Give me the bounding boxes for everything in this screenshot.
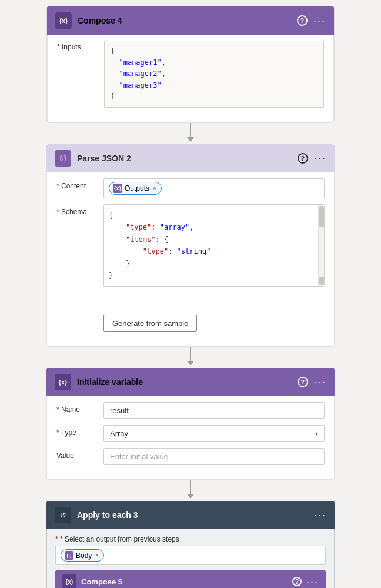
init-variable-card: {x} Initialize variable ? ··· Name Type	[46, 368, 335, 480]
var-value-label: Value	[56, 448, 103, 460]
content-field-row: Content {x} Outputs ×	[56, 178, 325, 198]
var-name-input[interactable]	[103, 402, 325, 419]
compose4-title: Compose 4	[78, 16, 297, 25]
init-variable-title: Initialize variable	[77, 377, 298, 387]
compose5-card: {x} Compose 5 ? ··· Inputs {	[55, 570, 326, 588]
apply-each3-icon: ↺	[55, 507, 71, 523]
var-name-label: Name	[56, 402, 103, 414]
compose4-header: {x} Compose 4 ? ···	[47, 6, 334, 35]
var-name-field	[103, 402, 325, 419]
compose4-body: * Inputs [ "manager1", "manager2", "mana…	[47, 35, 334, 122]
schema-field-value: { "type": "array", "items": { "type": "s…	[103, 204, 325, 332]
apply-each3-more-icon[interactable]: ···	[314, 509, 326, 521]
schema-code[interactable]: { "type": "array", "items": { "type": "s…	[104, 205, 324, 286]
apply-each3-title: Apply to each 3	[77, 510, 314, 520]
init-variable-actions: ? ···	[298, 376, 326, 388]
connector-1	[187, 123, 194, 144]
schema-scrollbar-thumb-bottom	[319, 277, 324, 285]
apply-each3-card: ↺ Apply to each 3 ··· * * Select an outp…	[46, 501, 335, 588]
compose4-help-icon[interactable]: ?	[297, 15, 308, 26]
init-variable-help-icon[interactable]: ?	[298, 377, 308, 387]
compose4-inputs-code: [ "manager1", "manager2", "manager3" ]	[104, 41, 324, 108]
compose5-actions: ? ···	[292, 576, 319, 588]
init-variable-icon: {x}	[55, 374, 71, 390]
var-name-row: Name	[56, 402, 325, 419]
body-token-icon: {;}	[65, 551, 73, 560]
connector-arrow-3	[187, 494, 194, 499]
connector-2	[187, 347, 194, 368]
schema-field-row: Schema { "type": "array", "items": { "ty…	[56, 204, 325, 332]
parse-json2-body: Content {x} Outputs × Schema	[46, 172, 335, 347]
var-value-field	[103, 448, 325, 465]
compose4-actions: ? ···	[297, 15, 326, 27]
body-token-close[interactable]: ×	[95, 552, 99, 559]
var-type-chevron-icon: ▾	[315, 430, 318, 437]
select-output-section: * * Select an output from previous steps…	[55, 535, 326, 565]
apply-each3-actions: ···	[314, 509, 326, 521]
compose4-inputs-label: * Inputs	[57, 41, 104, 51]
apply-each3-body: * * Select an output from previous steps…	[46, 529, 335, 588]
outputs-token-icon: {x}	[113, 184, 122, 193]
schema-scrollbar	[318, 205, 324, 286]
var-value-input[interactable]	[103, 448, 325, 465]
var-type-label: Type	[56, 425, 103, 437]
parse-json2-card: {;} Parse JSON 2 ? ··· Content {x} Outpu…	[46, 144, 335, 347]
content-field-value: {x} Outputs ×	[103, 178, 325, 198]
connector-line-3	[190, 480, 191, 494]
init-variable-header: {x} Initialize variable ? ···	[46, 368, 335, 396]
parse-json2-help-icon[interactable]: ?	[298, 153, 308, 164]
connector-line-2	[190, 347, 191, 361]
parse-json2-more-icon[interactable]: ···	[314, 152, 326, 164]
parse-json2-header: {;} Parse JSON 2 ? ···	[46, 144, 335, 172]
connector-arrow-1	[187, 137, 194, 142]
outputs-token-close[interactable]: ×	[153, 185, 156, 191]
body-token-label: Body	[76, 552, 92, 560]
select-output-label: * * Select an output from previous steps	[55, 535, 326, 543]
compose5-icon: {x}	[62, 574, 76, 588]
generate-from-sample-button[interactable]: Generate from sample	[103, 315, 197, 332]
outputs-token-label: Outputs	[125, 184, 149, 192]
compose4-card: {x} Compose 4 ? ··· * Inputs [ "manager1…	[46, 6, 335, 123]
connector-arrow-2	[187, 361, 194, 366]
connector-line-1	[190, 123, 191, 137]
outputs-token[interactable]: {x} Outputs ×	[109, 182, 162, 195]
compose4-inputs-row: * Inputs [ "manager1", "manager2", "mana…	[57, 41, 324, 108]
content-label: Content	[56, 178, 103, 190]
var-type-select-wrapper: Array ▾	[103, 425, 325, 442]
compose5-header: {x} Compose 5 ? ···	[55, 570, 326, 588]
var-type-row: Type Array ▾	[56, 425, 325, 442]
var-type-select[interactable]: Array ▾	[103, 425, 325, 442]
parse-json2-title: Parse JSON 2	[77, 154, 298, 163]
var-type-field: Array ▾	[103, 425, 325, 442]
schema-scrollbar-thumb	[319, 206, 324, 227]
var-value-row: Value	[56, 448, 325, 465]
compose4-more-icon[interactable]: ···	[313, 15, 326, 27]
parse-json2-actions: ? ···	[298, 152, 326, 164]
schema-label: Schema	[56, 204, 103, 216]
init-variable-body: Name Type Array ▾ V	[46, 396, 335, 480]
apply-each3-header: ↺ Apply to each 3 ···	[46, 501, 335, 529]
body-token[interactable]: {;} Body ×	[61, 549, 104, 562]
connector-3	[187, 480, 194, 501]
compose4-icon: {x}	[55, 12, 72, 29]
select-output-field[interactable]: {;} Body ×	[55, 546, 326, 565]
parse-json2-icon: {;}	[55, 150, 71, 167]
compose5-more-icon[interactable]: ···	[306, 576, 319, 588]
compose5-title: Compose 5	[81, 577, 292, 586]
init-variable-more-icon[interactable]: ···	[314, 376, 326, 388]
compose5-help-icon[interactable]: ?	[292, 577, 302, 586]
